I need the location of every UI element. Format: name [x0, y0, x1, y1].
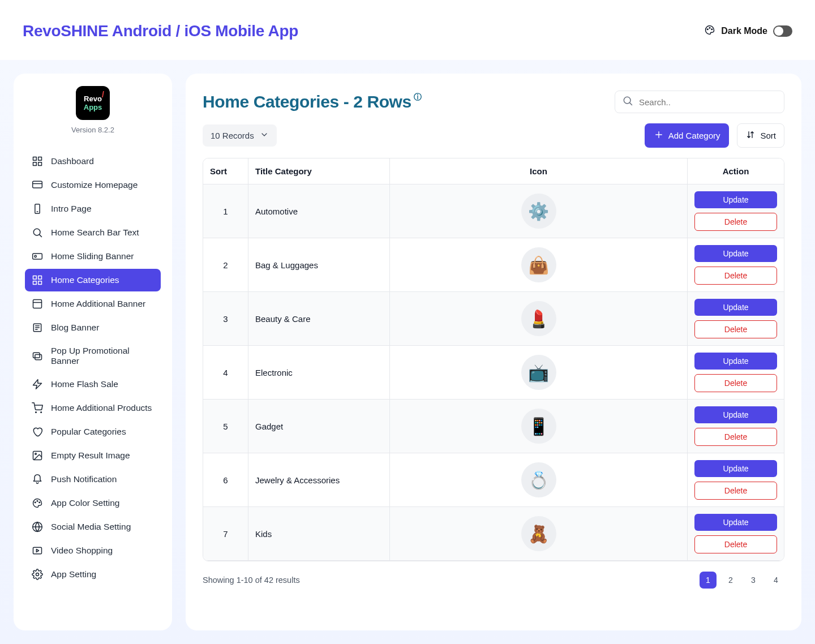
table-row: 5Gadget📱UpdateDelete — [203, 400, 784, 453]
svg-point-32 — [37, 500, 38, 501]
sidebar-item-intro-page[interactable]: Intro Page — [25, 198, 161, 220]
category-icon: 🧸 — [521, 516, 556, 551]
svg-rect-36 — [33, 547, 42, 554]
sidebar-item-home-categories[interactable]: Home Categories — [25, 269, 161, 291]
sidebar-item-blog-banner[interactable]: Blog Banner — [25, 316, 161, 339]
nav-icon — [32, 298, 43, 310]
sidebar-item-pop-up-promotional-banner[interactable]: Pop Up Promotional Banner — [25, 340, 161, 372]
sidebar-item-label: Empty Result Image — [51, 450, 130, 461]
category-icon: 💍 — [521, 462, 556, 497]
update-button[interactable]: Update — [694, 299, 777, 316]
delete-button[interactable]: Delete — [694, 535, 777, 553]
sort-button[interactable]: Sort — [737, 123, 784, 148]
delete-button[interactable]: Delete — [694, 374, 777, 392]
search-input[interactable] — [639, 97, 777, 107]
nav-icon — [32, 350, 43, 362]
sidebar-item-push-notification[interactable]: Push Notification — [25, 468, 161, 491]
sidebar-item-home-additional-products[interactable]: Home Additional Products — [25, 397, 161, 419]
delete-button[interactable]: Delete — [694, 428, 777, 446]
sidebar-item-label: Home Additional Products — [51, 403, 152, 413]
delete-button[interactable]: Delete — [694, 482, 777, 500]
category-icon: ⚙️ — [521, 194, 556, 229]
th-sort: Sort — [203, 158, 248, 184]
nav-icon — [32, 379, 43, 390]
cell-title: Automotive — [248, 184, 390, 238]
cell-sort: 5 — [203, 400, 248, 453]
sidebar-item-customize-homepage[interactable]: Customize Homepage — [25, 174, 161, 196]
nav-icon — [32, 474, 43, 485]
sidebar-item-social-media-setting[interactable]: Social Media Setting — [25, 516, 161, 538]
cell-icon: 👜 — [390, 238, 688, 292]
update-button[interactable]: Update — [694, 245, 777, 262]
delete-button[interactable]: Delete — [694, 320, 777, 338]
sidebar-item-home-search-bar-text[interactable]: Home Search Bar Text — [25, 221, 161, 244]
update-button[interactable]: Update — [694, 406, 777, 423]
sidebar-item-label: Home Search Bar Text — [51, 227, 139, 238]
svg-rect-6 — [33, 162, 37, 166]
cell-sort: 7 — [203, 507, 248, 561]
svg-rect-17 — [38, 281, 42, 285]
sidebar-item-label: Intro Page — [51, 204, 92, 214]
sidebar-item-home-additional-banner[interactable]: Home Additional Banner — [25, 293, 161, 315]
cell-title: Electronic — [248, 346, 390, 400]
sidebar-item-label: Home Additional Banner — [51, 299, 145, 309]
sidebar-item-app-color-setting[interactable]: App Color Setting — [25, 492, 161, 514]
delete-button[interactable]: Delete — [694, 267, 777, 285]
update-button[interactable]: Update — [694, 191, 777, 208]
main-panel: Home Categories - 2 Rowsⓘ 10 Records — [186, 74, 801, 630]
records-dropdown[interactable]: 10 Records — [203, 124, 277, 147]
sidebar-item-label: Video Shopping — [51, 546, 113, 556]
sidebar-item-dashboard[interactable]: Dashboard — [25, 150, 161, 173]
sort-icon — [745, 130, 756, 141]
sidebar-item-label: Popular Categories — [51, 427, 126, 437]
update-button[interactable]: Update — [694, 460, 777, 477]
nav-icon — [32, 426, 43, 437]
svg-rect-26 — [35, 355, 42, 360]
table-row: 2Bag & Luggages👜UpdateDelete — [203, 238, 784, 292]
svg-point-27 — [36, 412, 37, 413]
table-row: 7Kids🧸UpdateDelete — [203, 507, 784, 561]
search-box[interactable] — [615, 91, 784, 113]
add-category-button[interactable]: Add Category — [645, 123, 730, 148]
chevron-down-icon — [260, 130, 269, 141]
svg-rect-25 — [33, 353, 40, 358]
sidebar-item-label: Home Flash Sale — [51, 379, 118, 389]
nav-icon — [32, 251, 43, 262]
table-row: 3Beauty & Care💄UpdateDelete — [203, 292, 784, 346]
sidebar-item-home-sliding-banner[interactable]: Home Sliding Banner — [25, 245, 161, 268]
svg-marker-37 — [36, 549, 38, 552]
th-action: Action — [688, 158, 784, 184]
svg-point-28 — [41, 412, 42, 413]
logo-top: Revo — [84, 95, 102, 102]
page-4[interactable]: 4 — [767, 572, 784, 589]
category-icon: 👜 — [521, 247, 556, 282]
app-title: RevoSHINE Android / iOS Mobile App — [23, 22, 298, 40]
sidebar-item-label: Home Sliding Banner — [51, 251, 134, 261]
sidebar-item-empty-result-image[interactable]: Empty Result Image — [25, 444, 161, 467]
page-1[interactable]: 1 — [700, 572, 717, 589]
svg-rect-4 — [38, 157, 42, 161]
update-button[interactable]: Update — [694, 514, 777, 531]
sidebar-item-home-flash-sale[interactable]: Home Flash Sale — [25, 373, 161, 396]
sidebar-item-app-setting[interactable]: App Setting — [25, 563, 161, 586]
sidebar-item-label: App Setting — [51, 569, 96, 579]
svg-rect-19 — [33, 300, 42, 308]
sidebar-item-popular-categories[interactable]: Popular Categories — [25, 420, 161, 443]
help-icon[interactable]: ⓘ — [414, 92, 422, 101]
update-button[interactable]: Update — [694, 353, 777, 370]
app-version: Version 8.2.2 — [71, 126, 114, 134]
cell-icon: 💄 — [390, 292, 688, 346]
sidebar-item-video-shopping[interactable]: Video Shopping — [25, 539, 161, 562]
dark-mode-toggle[interactable] — [773, 25, 792, 37]
svg-point-30 — [35, 453, 37, 455]
delete-button[interactable]: Delete — [694, 213, 777, 231]
cell-sort: 1 — [203, 184, 248, 238]
svg-rect-15 — [33, 276, 37, 280]
svg-point-38 — [36, 573, 39, 576]
page-3[interactable]: 3 — [745, 572, 762, 589]
page-2[interactable]: 2 — [722, 572, 739, 589]
app-logo: / Revo Apps — [76, 86, 110, 120]
results-text: Showing 1-10 of 42 results — [203, 576, 300, 585]
svg-rect-18 — [33, 281, 37, 285]
cell-title: Beauty & Care — [248, 292, 390, 346]
